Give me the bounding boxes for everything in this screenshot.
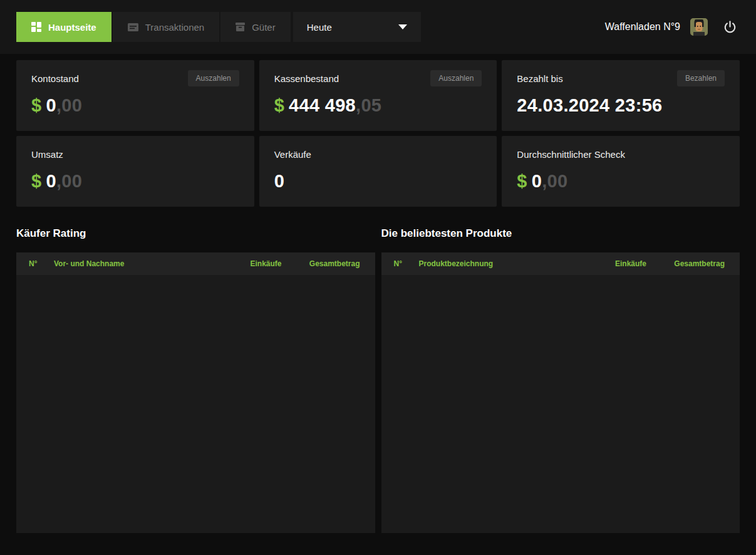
top-products-title: Die beliebtesten Produkte	[381, 227, 740, 240]
amount-decimals: ,00	[56, 95, 82, 115]
card-durchschnittlicher-scheck: Durchschnittlicher Scheck $0,00	[502, 136, 740, 207]
card-title: Umsatz	[31, 149, 63, 160]
list-card-icon	[128, 23, 138, 31]
buyers-rating-section: Käufer Rating N° Vor- und Nachname Einkä…	[16, 227, 375, 533]
col-number: N°	[394, 259, 419, 268]
auszahlen-button[interactable]: Auszahlen	[188, 70, 239, 86]
tab-transaktionen[interactable]: Transaktionen	[113, 12, 220, 42]
col-purchases: Einkäufe	[225, 259, 282, 268]
period-select-value: Heute	[307, 22, 332, 33]
amount-integer: 444 498	[289, 95, 356, 115]
tab-gueter[interactable]: Güter	[220, 12, 291, 42]
period-select[interactable]: Heute	[293, 12, 421, 42]
top-products-table: N° Produktbezeichnung Einkäufe Gesamtbet…	[381, 252, 740, 533]
card-verkaeufe: Verkäufe 0	[259, 136, 497, 207]
top-products-section: Die beliebtesten Produkte N° Produktbeze…	[381, 227, 740, 533]
dashboard-grid-icon	[31, 22, 41, 32]
card-title: Verkäufe	[274, 149, 311, 160]
card-value: 24.03.2024 23:56	[517, 95, 725, 115]
buyers-rating-title: Käufer Rating	[16, 227, 375, 240]
col-number: N°	[29, 259, 54, 268]
sales-count: 0	[274, 171, 284, 191]
tab-hauptseite[interactable]: Hauptseite	[16, 12, 111, 42]
card-umsatz: Umsatz $0,00	[16, 136, 254, 207]
amount-decimals: ,05	[356, 95, 381, 115]
box-icon	[236, 23, 245, 31]
card-kassenbestand: Kassenbestand Auszahlen $444 498,05	[259, 60, 497, 131]
shop-name: Waffenladen N°9	[605, 21, 680, 33]
stat-cards: Kontostand Auszahlen $0,00 Kassenbestand…	[0, 54, 756, 207]
tab-label: Güter	[252, 22, 276, 33]
paid-until-datetime: 24.03.2024 23:56	[517, 95, 662, 115]
amount-integer: 0	[532, 171, 542, 191]
card-value: $444 498,05	[274, 95, 482, 115]
col-name: Vor- und Nachname	[54, 259, 225, 268]
col-total: Gesamtbetrag	[646, 259, 725, 268]
currency-symbol: $	[31, 95, 41, 115]
power-button[interactable]	[720, 18, 740, 37]
topbar: Hauptseite Transaktionen Güter	[0, 0, 756, 54]
amount-decimals: ,00	[56, 171, 82, 191]
card-title: Kontostand	[31, 73, 79, 84]
tab-label: Transaktionen	[145, 22, 205, 33]
card-title: Durchschnittlicher Scheck	[517, 149, 625, 160]
card-value: $0,00	[517, 171, 725, 191]
card-title: Kassenbestand	[274, 73, 339, 84]
chevron-down-icon	[398, 24, 407, 29]
nav-tabs: Hauptseite Transaktionen Güter	[16, 12, 421, 42]
amount-integer: 0	[46, 171, 56, 191]
top-products-table-body	[381, 275, 740, 533]
table-header-row: N° Vor- und Nachname Einkäufe Gesamtbetr…	[16, 252, 375, 275]
card-value: 0	[274, 171, 482, 191]
user-avatar[interactable]	[690, 18, 708, 36]
card-value: $0,00	[31, 95, 239, 115]
currency-symbol: $	[274, 95, 284, 115]
card-kontostand: Kontostand Auszahlen $0,00	[16, 60, 254, 131]
tab-label: Hauptseite	[48, 22, 96, 33]
auszahlen-button[interactable]: Auszahlen	[430, 70, 482, 86]
col-product: Produktbezeichnung	[419, 259, 591, 268]
amount-integer: 0	[46, 95, 56, 115]
buyers-rating-table-body	[16, 275, 375, 533]
tables-section: Käufer Rating N° Vor- und Nachname Einkä…	[0, 207, 756, 533]
card-value: $0,00	[31, 171, 239, 191]
col-total: Gesamtbetrag	[282, 259, 360, 268]
buyers-rating-table: N° Vor- und Nachname Einkäufe Gesamtbetr…	[16, 252, 375, 533]
table-header-row: N° Produktbezeichnung Einkäufe Gesamtbet…	[381, 252, 740, 275]
card-title: Bezahlt bis	[517, 73, 562, 84]
card-bezahlt-bis: Bezahlt bis Bezahlen 24.03.2024 23:56	[502, 60, 740, 131]
currency-symbol: $	[517, 171, 527, 191]
amount-decimals: ,00	[542, 171, 567, 191]
bezahlen-button[interactable]: Bezahlen	[677, 70, 725, 86]
topbar-right: Waffenladen N°9	[605, 18, 740, 37]
col-purchases: Einkäufe	[590, 259, 646, 268]
currency-symbol: $	[31, 171, 41, 191]
